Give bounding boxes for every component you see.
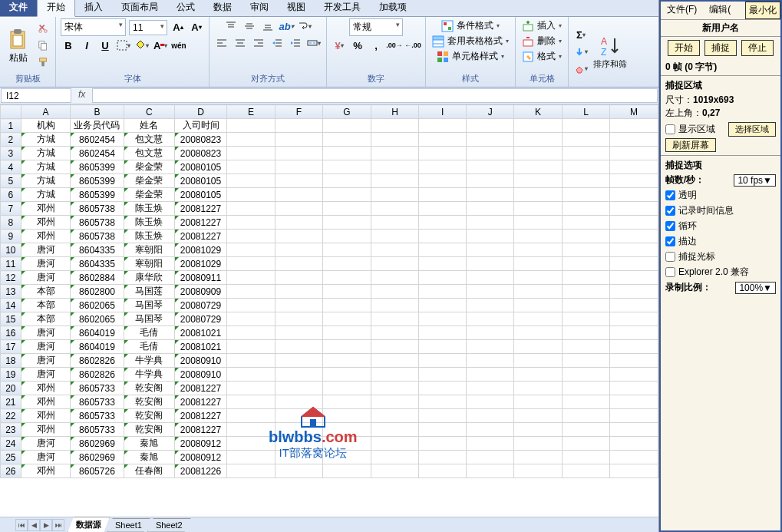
cell[interactable] xyxy=(562,409,609,423)
cell[interactable] xyxy=(562,423,609,437)
cell[interactable]: 马国莲 xyxy=(124,285,174,299)
cell[interactable] xyxy=(419,257,467,271)
cell[interactable] xyxy=(227,354,275,368)
row-header[interactable]: 19 xyxy=(1,368,21,382)
row-header[interactable]: 2 xyxy=(1,133,21,147)
cell[interactable] xyxy=(419,271,467,285)
select-region-button[interactable]: 选择区域 xyxy=(728,122,776,137)
cell[interactable] xyxy=(467,257,514,271)
cell[interactable] xyxy=(419,423,467,437)
cell[interactable] xyxy=(610,382,658,395)
currency-button[interactable]: ¥ xyxy=(332,38,347,53)
cell[interactable] xyxy=(371,423,419,437)
bold-button[interactable]: B xyxy=(61,38,76,53)
cell[interactable] xyxy=(371,409,419,423)
cell[interactable] xyxy=(275,382,322,395)
row-header[interactable]: 26 xyxy=(1,464,21,478)
cell[interactable]: 柴金荣 xyxy=(124,174,174,188)
cell[interactable] xyxy=(562,147,609,160)
row-header[interactable]: 17 xyxy=(1,340,21,354)
cell[interactable] xyxy=(562,354,609,368)
cell[interactable] xyxy=(419,243,467,257)
cell[interactable]: 牛学典 xyxy=(124,368,174,382)
cell[interactable] xyxy=(323,451,371,464)
cell[interactable] xyxy=(610,174,658,188)
cell[interactable] xyxy=(275,188,322,202)
cell[interactable] xyxy=(562,257,609,271)
sheet-tab-1[interactable]: Sheet1 xyxy=(107,518,150,532)
spreadsheet-grid[interactable]: ABCDEFGHIJKLM1机构业务员代码姓名入司时间2方城8602454包文慧… xyxy=(0,104,658,517)
cell[interactable] xyxy=(514,257,562,271)
tab-addin[interactable]: 加载项 xyxy=(370,0,416,16)
merge-button[interactable] xyxy=(306,35,322,51)
ratio-select[interactable]: 100%▼ xyxy=(735,282,776,294)
row-header[interactable]: 10 xyxy=(1,243,21,257)
panel-capture-button[interactable]: 捕捉 xyxy=(704,40,737,56)
cell[interactable] xyxy=(275,451,322,464)
cell[interactable]: 陈玉焕 xyxy=(124,216,174,230)
cell[interactable] xyxy=(467,437,514,451)
cell[interactable]: 方城 xyxy=(21,188,71,202)
cell[interactable] xyxy=(371,202,419,216)
cell[interactable] xyxy=(227,133,275,147)
cell[interactable] xyxy=(610,285,658,299)
sheet-nav-prev[interactable]: ◀ xyxy=(28,519,40,531)
cell[interactable] xyxy=(467,188,514,202)
cell[interactable] xyxy=(419,340,467,354)
cell[interactable] xyxy=(323,437,371,451)
cell[interactable]: 20081227 xyxy=(174,216,226,230)
cell[interactable] xyxy=(562,271,609,285)
cell[interactable] xyxy=(371,133,419,147)
cell[interactable]: 20080912 xyxy=(174,451,226,464)
col-header[interactable]: M xyxy=(610,105,658,119)
cell[interactable]: 20080105 xyxy=(174,174,226,188)
cell[interactable] xyxy=(227,382,275,395)
tab-review[interactable]: 审阅 xyxy=(241,0,278,16)
cell[interactable] xyxy=(227,119,275,133)
panel-minimize[interactable]: 最小化 xyxy=(745,2,780,19)
cursor-check[interactable] xyxy=(665,252,675,262)
col-header[interactable]: D xyxy=(174,105,226,119)
cell[interactable] xyxy=(610,299,658,312)
cell[interactable]: 方城 xyxy=(21,147,71,160)
cell[interactable]: 唐河 xyxy=(21,243,71,257)
cell[interactable] xyxy=(323,312,371,326)
fps-select[interactable]: 10 fps▼ xyxy=(734,174,776,187)
col-header[interactable]: F xyxy=(275,105,322,119)
autosum-button[interactable]: Σ xyxy=(573,28,589,43)
cell[interactable]: 8605733 xyxy=(71,409,124,423)
cell[interactable] xyxy=(562,243,609,257)
comma-button[interactable]: , xyxy=(368,38,384,53)
indent-inc-button[interactable] xyxy=(288,35,303,51)
cell[interactable] xyxy=(467,174,514,188)
cell[interactable] xyxy=(610,216,658,230)
dec-dec-button[interactable]: ←.00 xyxy=(405,38,421,53)
phonetic-button[interactable]: wén xyxy=(171,38,186,53)
name-box[interactable]: I12 xyxy=(1,88,71,103)
cell[interactable] xyxy=(323,368,371,382)
format-cells-button[interactable]: 格式 xyxy=(520,49,563,64)
cell[interactable]: 8604335 xyxy=(71,257,124,271)
cell[interactable] xyxy=(323,354,371,368)
cell[interactable] xyxy=(227,230,275,243)
col-header[interactable]: C xyxy=(124,105,174,119)
cell[interactable] xyxy=(514,340,562,354)
cell[interactable] xyxy=(562,382,609,395)
cell[interactable]: 毛倩 xyxy=(124,340,174,354)
delete-cells-button[interactable]: 删除 xyxy=(520,34,563,48)
cell[interactable] xyxy=(275,243,322,257)
cell[interactable] xyxy=(371,188,419,202)
cell[interactable]: 唐河 xyxy=(21,271,71,285)
cell[interactable] xyxy=(467,285,514,299)
cell[interactable] xyxy=(514,174,562,188)
transparent-check[interactable] xyxy=(665,190,675,200)
cell[interactable] xyxy=(275,119,322,133)
fill-color-button[interactable] xyxy=(134,38,150,53)
cell[interactable] xyxy=(610,368,658,382)
row-header[interactable]: 9 xyxy=(1,230,21,243)
cell[interactable] xyxy=(275,216,322,230)
cell[interactable]: 20081227 xyxy=(174,423,226,437)
row-header[interactable]: 21 xyxy=(1,395,21,409)
row-header[interactable]: 25 xyxy=(1,451,21,464)
cell[interactable]: 8604019 xyxy=(71,340,124,354)
